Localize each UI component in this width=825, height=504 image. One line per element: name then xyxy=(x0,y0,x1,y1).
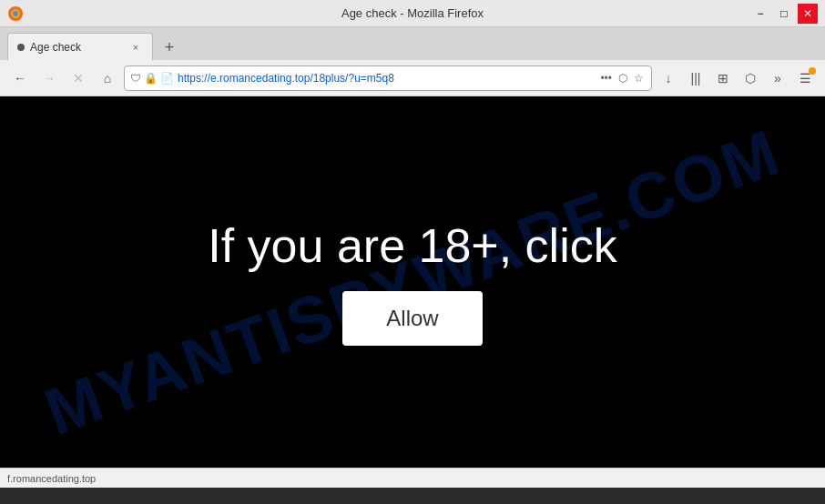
notification-badge xyxy=(809,67,816,75)
forward-button[interactable]: → xyxy=(36,66,62,91)
more-tools-button[interactable]: » xyxy=(765,66,790,91)
back-button[interactable]: ← xyxy=(7,66,33,91)
container-icon: ⬡ xyxy=(616,70,629,86)
minimize-button[interactable]: − xyxy=(750,4,770,24)
title-bar: Age check - Mozilla Firefox − □ ✕ xyxy=(0,0,825,27)
navigation-bar: ← → ✕ ⌂ 🛡 🔒 📄 ••• ⬡ ☆ ↓ ||| ⊞ ⬡ » ☰ xyxy=(0,60,825,96)
library-button[interactable]: ||| xyxy=(683,66,708,91)
status-bar: f.romancedating.top xyxy=(0,468,825,488)
home-button[interactable]: ⌂ xyxy=(95,66,120,91)
allow-button[interactable]: Allow xyxy=(342,291,482,346)
status-url: f.romancedating.top xyxy=(7,473,96,484)
tab-close-button[interactable]: × xyxy=(128,40,143,55)
more-options-button[interactable]: ••• xyxy=(598,70,614,86)
tab-bar: Age check × + xyxy=(0,27,825,60)
address-bar-right: ••• ⬡ ☆ xyxy=(598,70,646,86)
stop-button[interactable]: ✕ xyxy=(66,66,91,91)
title-bar-controls: − □ ✕ xyxy=(750,4,818,24)
synced-tabs-button[interactable]: ⊞ xyxy=(710,66,736,91)
firefox-icon xyxy=(7,5,24,22)
lock-icon: 🔒 xyxy=(144,72,158,85)
close-button[interactable]: ✕ xyxy=(798,4,818,24)
downloads-button[interactable]: ↓ xyxy=(656,66,681,91)
page-content: If you are 18+, click Allow xyxy=(208,218,616,346)
menu-button[interactable]: ☰ xyxy=(792,66,818,91)
tab-label: Age check xyxy=(30,41,123,54)
container-button[interactable]: ⬡ xyxy=(738,66,763,91)
bookmark-button[interactable]: ☆ xyxy=(632,70,646,86)
address-bar-icons: 🛡 🔒 📄 xyxy=(130,72,174,85)
reader-icon: 📄 xyxy=(160,72,174,85)
address-bar[interactable]: 🛡 🔒 📄 ••• ⬡ ☆ xyxy=(124,66,652,91)
new-tab-button[interactable]: + xyxy=(157,35,182,60)
window-title: Age check - Mozilla Firefox xyxy=(341,6,484,20)
age-check-heading: If you are 18+, click xyxy=(208,218,616,273)
web-content: MYANTISPYWARE.COM If you are 18+, click … xyxy=(0,96,825,468)
svg-point-2 xyxy=(13,11,18,16)
title-bar-left xyxy=(7,5,24,22)
shield-icon: 🛡 xyxy=(130,72,141,85)
active-tab[interactable]: Age check × xyxy=(7,33,153,60)
address-input[interactable] xyxy=(178,72,595,85)
tab-loading-dot xyxy=(17,44,25,51)
nav-right-buttons: ↓ ||| ⊞ ⬡ » ☰ xyxy=(656,66,818,91)
maximize-button[interactable]: □ xyxy=(774,4,794,24)
